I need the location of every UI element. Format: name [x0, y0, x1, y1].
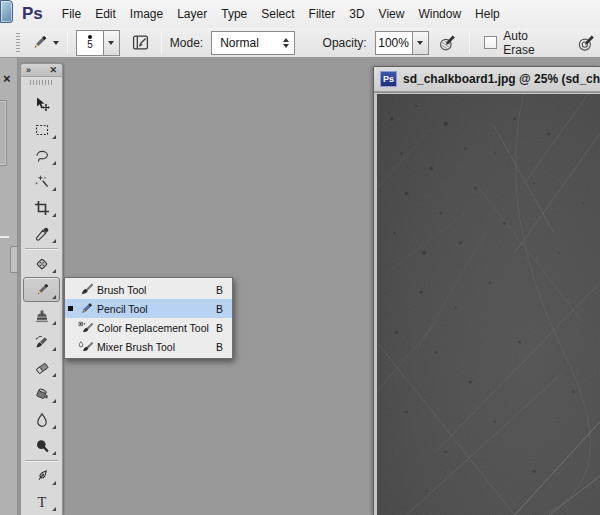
dodge-tool[interactable]: [21, 433, 62, 459]
options-bar-grip-handle[interactable]: [16, 33, 20, 53]
document-title-bar[interactable]: Ps sd_chalkboard1.jpg @ 25% (sd_chalkbo: [374, 67, 600, 92]
eraser-tool[interactable]: [21, 355, 62, 381]
tools-panel-header[interactable]: » ✕: [21, 64, 62, 77]
close-panel-icon[interactable]: ✕: [49, 66, 57, 75]
flyout-item-color-replacement-tool[interactable]: Color Replacement Tool B: [65, 318, 232, 337]
rectangular-marquee-tool[interactable]: [21, 117, 62, 143]
opacity-dropdown-button[interactable]: [413, 31, 429, 55]
eraser-icon: [34, 360, 50, 376]
menubar-item-edit[interactable]: Edit: [88, 0, 123, 28]
tablet-pressure-opacity-button[interactable]: [438, 31, 462, 55]
auto-erase-label[interactable]: Auto Erase: [503, 29, 562, 57]
pencil-icon: [34, 282, 50, 298]
current-tool-marker-icon: [65, 306, 75, 311]
pen-icon: [34, 468, 50, 484]
brush-size-value: 5: [87, 40, 93, 50]
brush-panel-toggle-icon: [132, 34, 149, 51]
document-canvas[interactable]: [377, 94, 600, 515]
airbrush-icon: [577, 34, 599, 52]
move-tool[interactable]: [21, 91, 62, 117]
type-tool[interactable]: T: [21, 489, 62, 515]
pencil-icon: [75, 302, 97, 316]
move-icon: [34, 96, 50, 112]
panel-grip-handle[interactable]: [30, 80, 54, 85]
crop-icon: [34, 200, 50, 216]
menubar-item-help[interactable]: Help: [468, 0, 507, 28]
flyout-item-pencil-tool[interactable]: Pencil Tool B: [65, 299, 232, 318]
tools-list: T: [21, 91, 62, 515]
opacity-label: Opacity:: [323, 36, 367, 50]
tablet-pressure-opacity-icon: [438, 34, 460, 52]
brush-preset-preview: 5: [76, 30, 104, 56]
clone-stamp-tool[interactable]: [21, 303, 62, 329]
rectangular-marquee-icon: [34, 122, 50, 138]
menu-items: File Edit Image Layer Type Select Filter…: [55, 0, 507, 28]
brush-icon: [75, 283, 97, 297]
lasso-tool[interactable]: [21, 143, 62, 169]
pen-tool[interactable]: [21, 463, 62, 489]
photoshop-window: Ps File Edit Image Layer Type Select Fil…: [0, 0, 600, 515]
menubar-item-filter[interactable]: Filter: [302, 0, 343, 28]
tools-panel: » ✕: [20, 63, 63, 515]
chevron-down-icon: [108, 41, 114, 45]
collapse-panel-icon[interactable]: »: [26, 66, 31, 75]
menubar-item-view[interactable]: View: [372, 0, 412, 28]
opacity-value[interactable]: 100%: [375, 31, 413, 55]
airbrush-button[interactable]: [576, 31, 600, 55]
paint-bucket-icon: [34, 386, 50, 402]
blur-drop-icon: [34, 412, 50, 428]
menubar-item-layer[interactable]: Layer: [170, 0, 214, 28]
type-icon: T: [34, 494, 50, 510]
tool-options-bar: 5 Mode: Normal Opacity: 100%: [0, 28, 600, 58]
eyedropper-icon: [34, 226, 50, 242]
healing-brush-tool[interactable]: [21, 251, 62, 277]
blur-tool[interactable]: [21, 407, 62, 433]
chalkboard-image: [377, 94, 600, 515]
flyout-item-label: Color Replacement Tool: [97, 322, 216, 334]
spinner-icon: [283, 32, 289, 54]
document-window: Ps sd_chalkboard1.jpg @ 25% (sd_chalkbo: [373, 66, 600, 515]
crop-tool[interactable]: [21, 195, 62, 221]
photoshop-file-icon: Ps: [380, 71, 397, 87]
dodge-icon: [34, 438, 50, 454]
menubar-item-select[interactable]: Select: [254, 0, 301, 28]
menubar-item-window[interactable]: Window: [411, 0, 468, 28]
close-icon[interactable]: ×: [3, 72, 11, 86]
history-brush-icon: [34, 334, 50, 350]
menubar-item-3d[interactable]: 3D: [342, 0, 371, 28]
chevron-down-icon: [417, 41, 423, 45]
brush-preset-picker[interactable]: 5: [76, 30, 120, 56]
magic-wand-tool[interactable]: [21, 169, 62, 195]
flyout-item-shortcut: B: [216, 284, 232, 296]
flyout-item-mixer-brush-tool[interactable]: Mixer Brush Tool B: [65, 337, 232, 356]
mode-label: Mode:: [170, 36, 203, 50]
menubar-item-file[interactable]: File: [55, 0, 88, 28]
brush-preset-dropdown-button[interactable]: [104, 30, 120, 56]
opacity-control[interactable]: 100%: [367, 31, 429, 55]
history-brush-tool[interactable]: [21, 329, 62, 355]
flyout-item-label: Pencil Tool: [97, 303, 216, 315]
eyedropper-tool[interactable]: [21, 221, 62, 247]
chevron-down-icon: [53, 41, 59, 45]
pencil-icon: [29, 34, 49, 52]
canvas-area: [374, 92, 600, 515]
menu-bar: Ps File Edit Image Layer Type Select Fil…: [0, 0, 600, 28]
background-panel-outline: [0, 100, 7, 166]
auto-erase-checkbox[interactable]: [484, 36, 497, 49]
mode-select[interactable]: Normal: [211, 31, 294, 55]
pencil-tool[interactable]: [21, 277, 62, 303]
separator: [25, 460, 58, 462]
menubar-item-type[interactable]: Type: [214, 0, 254, 28]
current-tool-preset[interactable]: [29, 34, 59, 52]
menubar-item-image[interactable]: Image: [123, 0, 170, 28]
separator: [161, 32, 162, 54]
flyout-item-brush-tool[interactable]: Brush Tool B: [65, 280, 232, 299]
background-window-edge: [0, 0, 13, 23]
mode-value: Normal: [220, 36, 259, 50]
panel-edge-handle[interactable]: [10, 246, 17, 273]
photoshop-logo: Ps: [22, 4, 43, 24]
flyout-item-shortcut: B: [216, 322, 232, 334]
toggle-brush-panel-button[interactable]: [129, 31, 153, 55]
separator: [25, 248, 58, 250]
paint-bucket-tool[interactable]: [21, 381, 62, 407]
